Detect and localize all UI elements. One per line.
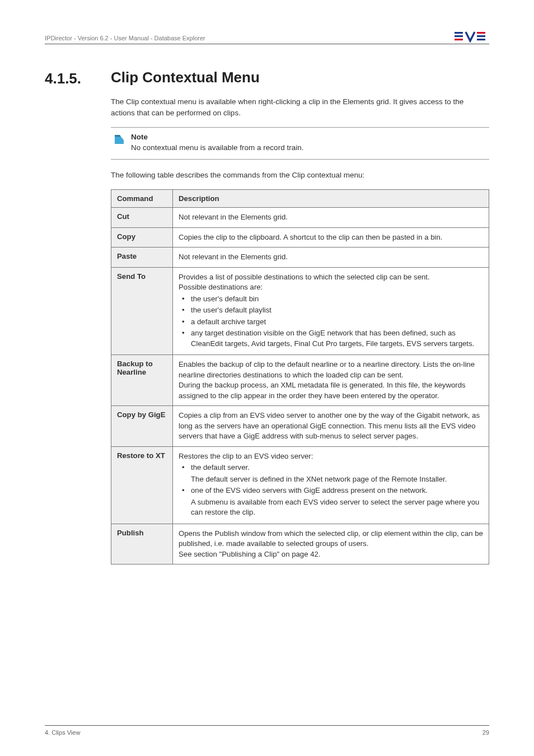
intro-paragraph: The Clip contextual menu is available wh… — [111, 96, 489, 118]
table-row: Send To Provides a list of possible dest… — [111, 267, 489, 354]
list-item-cont: A submenu is available from each EVS vid… — [179, 497, 483, 518]
cmd-desc: Provides a list of possible destinations… — [173, 267, 489, 354]
sendto-pre2: Possible destinations are: — [179, 283, 263, 291]
header-left-text: IPDirector - Version 6.2 - User Manual -… — [45, 35, 205, 41]
cmd-label: Send To — [111, 267, 173, 354]
cmd-desc: Restores the clip to an EVS video server… — [173, 446, 489, 524]
section-number: 4.1.5. — [45, 69, 95, 87]
svg-rect-4 — [477, 35, 485, 37]
cmd-desc: Not relevant in the Elements grid. — [173, 208, 489, 227]
sendto-list: the user's default bin the user's defaul… — [179, 294, 483, 349]
restore-pre: Restores the clip to an EVS video server… — [179, 452, 313, 460]
restore-list: the default server. The default server i… — [179, 463, 483, 517]
svg-rect-1 — [455, 35, 463, 37]
note-box: Note No contextual menu is available fro… — [111, 127, 489, 160]
table-row: Copy by GigE Copies a clip from an EVS v… — [111, 406, 489, 446]
list-item: the user's default bin — [179, 294, 483, 304]
note-icon — [113, 133, 125, 153]
section-title: Clip Contextual Menu — [111, 69, 260, 87]
cmd-label: Copy by GigE — [111, 406, 173, 446]
cmd-label: Cut — [111, 208, 173, 227]
cmd-desc: Enables the backup of clip to the defaul… — [173, 355, 489, 406]
cmd-desc: Copies the clip to the clipboard. A shor… — [173, 227, 489, 247]
cmd-desc: Not relevant in the Elements grid. — [173, 248, 489, 267]
cmd-label: Publish — [111, 524, 173, 564]
svg-rect-2 — [455, 39, 463, 40]
table-row: Publish Opens the Publish window from wh… — [111, 524, 489, 564]
cmd-label: Paste — [111, 248, 173, 267]
table-row: Backup to Nearline Enables the backup of… — [111, 355, 489, 406]
svg-rect-0 — [455, 32, 463, 34]
list-item-cont: The default server is defined in the XNe… — [179, 474, 483, 484]
footer-left: 4. Clips View — [45, 729, 80, 736]
sendto-pre: Provides a list of possible destinations… — [179, 273, 430, 281]
cmd-label: Copy — [111, 227, 173, 247]
list-item: a default archive target — [179, 317, 483, 327]
note-body-text: No contextual menu is available from a r… — [131, 143, 303, 152]
cmd-desc: Opens the Publish window from which the … — [173, 524, 489, 564]
table-row: Copy Copies the clip to the clipboard. A… — [111, 227, 489, 247]
footer-page-number: 29 — [483, 729, 489, 736]
th-command: Command — [111, 190, 173, 208]
list-item: any target destination visible on the Gi… — [179, 328, 483, 349]
commands-table: Command Description Cut Not relevant in … — [111, 189, 489, 564]
evs-logo-icon — [455, 30, 489, 43]
list-item: one of the EVS video servers with GigE a… — [179, 486, 483, 496]
list-item: the default server. — [179, 463, 483, 473]
table-row: Restore to XT Restores the clip to an EV… — [111, 446, 489, 524]
section-heading: 4.1.5. Clip Contextual Menu — [45, 69, 489, 87]
page-header: IPDirector - Version 6.2 - User Manual -… — [45, 29, 489, 44]
note-title: Note — [131, 132, 303, 143]
table-row: Cut Not relevant in the Elements grid. — [111, 208, 489, 227]
page-footer: 4. Clips View 29 — [45, 725, 489, 736]
cmd-label: Backup to Nearline — [111, 355, 173, 406]
svg-rect-3 — [477, 32, 485, 34]
th-description: Description — [173, 190, 489, 208]
cmd-desc: Copies a clip from an EVS video server t… — [173, 406, 489, 446]
cmd-label: Restore to XT — [111, 446, 173, 524]
logo — [455, 30, 489, 43]
table-row: Paste Not relevant in the Elements grid. — [111, 248, 489, 267]
table-intro: The following table describes the comman… — [111, 170, 489, 181]
list-item: the user's default playlist — [179, 305, 483, 315]
svg-rect-5 — [477, 39, 485, 40]
